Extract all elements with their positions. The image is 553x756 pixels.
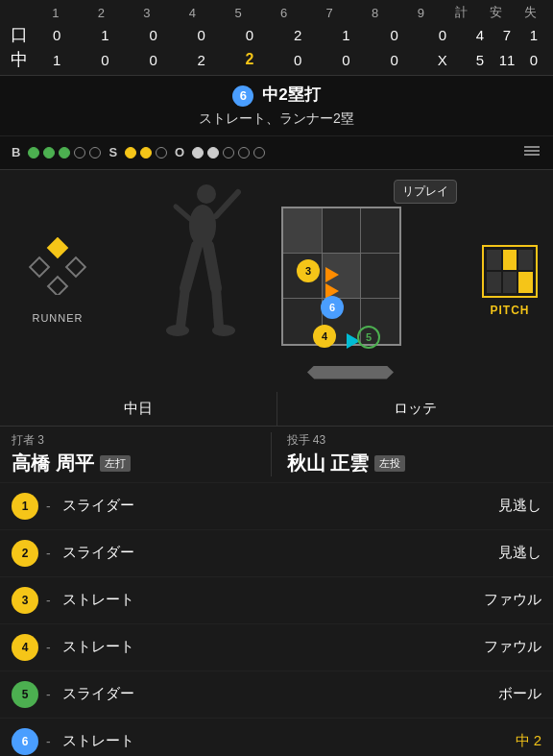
pitcher-number: 投手 43 [287,432,542,449]
play-number-badge: 6 [232,85,253,107]
total-header-2: 安 [478,4,513,21]
svg-line-14 [216,288,219,327]
pitch-list: 1 - スライダー 見逃し 2 - スライダー 見逃し 3 - ストレート ファ… [0,483,553,757]
ball-dot-1 [28,147,39,159]
play-title: 6 中2塁打 [12,84,541,107]
pitch-cell-5 [503,272,517,293]
inning-header-6: 6 [261,6,307,20]
pitch-num-5: 5 [12,681,38,708]
svg-line-9 [216,192,238,216]
pitch-result-3: ファウル [301,591,541,609]
pitcher-handedness: 左投 [374,455,405,472]
players-info-row: 打者 3 高橋 周平 左打 投手 43 秋山 正雲 左投 [0,427,553,483]
team2-inn5: 2 [226,51,274,68]
teams-header: 中日 ロッテ [0,392,553,427]
team2-inn7: 0 [322,52,370,68]
out-dot-3 [223,147,234,159]
runner-diamond [29,237,86,295]
team-left-header: 中日 [0,392,277,426]
pitch-row-3: 3 - ストレート ファウル [0,577,553,624]
svg-line-10 [176,207,190,219]
pitch-marker-6: 6 [321,296,344,319]
svg-rect-4 [48,238,67,257]
pitch-type-2: スライダー [62,544,302,562]
svg-point-7 [197,184,216,204]
team1-total-hits: 7 [493,27,520,43]
inning-header-4: 4 [170,6,216,20]
pitch-type-5: スライダー [62,685,302,703]
pitch-type-6: ストレート [62,732,302,750]
pitch-result-1: 見逃し [301,497,541,515]
team2-inn3: 0 [129,52,177,68]
svg-line-12 [208,246,216,288]
ball-dot-3 [59,147,70,159]
batter-silhouette [166,183,243,370]
svg-rect-5 [66,257,85,277]
outs-dots [192,147,265,159]
team1-inn9: 0 [419,27,467,43]
inning-header-1: 1 [33,6,79,20]
svg-line-13 [180,288,185,327]
inning-header-8: 8 [352,6,398,20]
team1-total-runs: 4 [467,27,493,43]
runner-label: RUNNER [32,312,83,324]
team1-inn7: 1 [322,27,370,43]
settings-icon[interactable] [522,141,541,164]
pitch-num-2: 2 [12,540,38,567]
batter-name-row: 高橋 周平 左打 [12,451,267,476]
pitch-cell-1 [487,250,501,271]
team2-inn8: 0 [371,52,419,68]
pitcher-name: 秋山 正雲 [287,451,370,476]
pitch-dash-6: - [46,734,51,749]
batter-number: 打者 3 [12,432,267,449]
out-dot-1 [192,147,204,159]
pitch-row-4: 4 - ストレート ファウル [0,624,553,671]
team2-inn4: 2 [178,52,226,68]
pitch-dash-3: - [46,593,51,608]
pitch-marker-5: 5 [357,326,380,349]
pitch-dash-4: - [46,640,51,655]
svg-rect-3 [30,257,49,277]
pitch-dash-1: - [46,499,51,514]
inning-header-2: 2 [79,6,125,20]
pitch-type-1: スライダー [62,497,302,515]
pitch-row-2: 2 - スライダー 見逃し [0,530,553,577]
team2-total-hits: 11 [493,52,520,68]
pitch-type-4: ストレート [62,638,302,656]
play-subtitle: ストレート、ランナー2塁 [12,110,541,128]
team1-inn5: 0 [226,27,274,43]
inning-header-7: 7 [306,6,352,20]
pitch-panel-label: PITCH [491,304,530,317]
pitch-zone-panel: リプレイ [115,170,467,392]
team2-total-errors: 0 [520,52,547,68]
svg-rect-0 [524,146,540,148]
ball-dot-2 [43,147,55,159]
pitch-type-3: ストレート [62,591,302,609]
team2-inn6: 0 [274,52,322,68]
team1-total-errors: 1 [520,27,547,43]
pitch-result-5: ボール [301,685,541,703]
inning-header-3: 3 [124,6,170,20]
out-dot-2 [207,147,219,159]
pitch-marker-4: 4 [313,325,336,348]
team1-inn6: 2 [274,27,322,43]
out-dot-5 [253,147,265,159]
team1-inn3: 0 [129,27,177,43]
pitch-right-panel: PITCH [467,170,553,392]
strikes-dots [125,147,167,159]
batter-name: 高橋 周平 [12,451,94,476]
outs-label: O [175,145,184,159]
pitch-row-5: 5 - スライダー ボール [0,671,553,719]
pitch-num-4: 4 [12,634,38,661]
strike-dot-2 [140,147,152,159]
svg-rect-6 [48,277,67,295]
strikes-label: S [108,145,117,159]
pitch-dash-2: - [46,546,51,561]
main-area: RUNNER リプレイ [0,169,553,392]
team1-label: 口 [6,23,33,46]
total-header-3: 失 [513,4,547,21]
pitch-arrow-3 [325,267,339,282]
team1-inn1: 0 [33,27,81,43]
team1-inn2: 1 [81,27,129,43]
batter-handedness: 左打 [100,455,131,472]
